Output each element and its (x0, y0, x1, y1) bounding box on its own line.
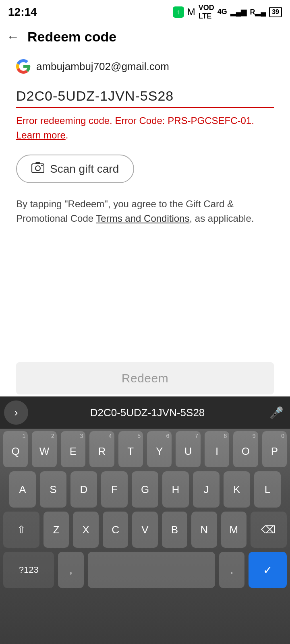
key-V[interactable]: V (132, 512, 157, 548)
key-P[interactable]: 0P (262, 431, 287, 467)
notification-icon: ↑ (173, 6, 184, 18)
battery-indicator: 39 (269, 7, 282, 17)
key-J[interactable]: J (193, 471, 220, 508)
svg-point-1 (35, 166, 40, 171)
key-G[interactable]: G (132, 471, 158, 508)
key-H[interactable]: H (162, 471, 189, 508)
comma-key[interactable]: , (58, 552, 83, 588)
terms-suffix: , as applicable. (189, 213, 254, 224)
code-input[interactable] (16, 86, 274, 108)
google-logo (16, 59, 31, 74)
signal-bars: ▂▄▆ (230, 8, 247, 17)
roaming-signal: R▂▄ (250, 8, 266, 17)
enter-key[interactable]: ✓ (249, 552, 287, 588)
period-key[interactable]: . (219, 552, 244, 588)
key-Y[interactable]: 6Y (147, 431, 172, 467)
scan-gift-card-button[interactable]: Scan gift card (16, 155, 134, 183)
key-T[interactable]: 5T (118, 431, 143, 467)
key-E[interactable]: 3E (61, 431, 85, 467)
terms-link[interactable]: Terms and Conditions (96, 213, 189, 224)
key-M[interactable]: M (221, 512, 246, 548)
key-S[interactable]: S (40, 471, 66, 508)
key-F[interactable]: F (101, 471, 128, 508)
svg-rect-2 (35, 162, 40, 164)
account-row: ambujambuj702@gmail.com (16, 59, 274, 74)
content-area: ambujambuj702@gmail.com Error redeeming … (0, 51, 290, 226)
space-key[interactable] (88, 552, 215, 588)
network-text: VODLTE (199, 4, 214, 21)
gmail-icon: M (187, 6, 195, 18)
key-O[interactable]: 9O (233, 431, 258, 467)
key-Q[interactable]: 1Q (3, 431, 28, 467)
key-L[interactable]: L (254, 471, 281, 508)
symbol-key[interactable]: ?123 (3, 552, 54, 588)
key-X[interactable]: X (73, 512, 98, 548)
key-A[interactable]: A (9, 471, 36, 508)
suggestion-text[interactable]: D2C0-5UDZ-1JVN-5S28 (28, 407, 267, 419)
account-email: ambujambuj702@gmail.com (36, 60, 169, 73)
error-text: Error redeeming code. Error Code: PRS-PG… (16, 115, 254, 126)
delete-key[interactable]: ⌫ (251, 512, 287, 548)
key-R[interactable]: 4R (89, 431, 114, 467)
redeem-button[interactable]: Redeem (16, 362, 274, 394)
page-title: Redeem code (27, 29, 116, 45)
keyboard-row-1: 1Q 2W 3E 4R 5T 6Y 7U 8I 9O 0P (3, 431, 287, 467)
key-U[interactable]: 7U (176, 431, 200, 467)
keyboard-row-4: ?123 , . ✓ (3, 552, 287, 588)
svg-point-3 (41, 165, 43, 166)
status-icons: ↑ M VODLTE 4G ▂▄▆ R▂▄ 39 (173, 4, 282, 21)
key-I[interactable]: 8I (205, 431, 229, 467)
keyboard-row-2: A S D F G H J K L (3, 471, 287, 508)
scan-label: Scan gift card (50, 163, 119, 175)
keyboard-keys: 1Q 2W 3E 4R 5T 6Y 7U 8I 9O 0P A S D F G … (0, 429, 290, 644)
suggestion-bar: › D2C0-5UDZ-1JVN-5S28 🎤 (0, 396, 290, 429)
error-message: Error redeeming code. Error Code: PRS-PG… (16, 114, 274, 142)
key-D[interactable]: D (70, 471, 97, 508)
microphone-icon[interactable]: 🎤 (267, 403, 286, 422)
key-W[interactable]: 2W (32, 431, 56, 467)
code-input-wrapper[interactable] (16, 86, 274, 108)
terms-text: By tapping "Redeem", you agree to the Gi… (16, 197, 274, 226)
key-N[interactable]: N (191, 512, 217, 548)
error-period: . (66, 130, 68, 140)
status-bar: 12:14 ↑ M VODLTE 4G ▂▄▆ R▂▄ 39 (0, 0, 290, 22)
key-K[interactable]: K (224, 471, 250, 508)
camera-icon (31, 162, 44, 176)
status-time: 12:14 (8, 6, 37, 19)
back-button[interactable]: ← (6, 30, 19, 43)
keyboard-row-3: ⇧ Z X C V B N M ⌫ (3, 512, 287, 548)
shift-key[interactable]: ⇧ (3, 512, 39, 548)
signal-4g: 4G (218, 8, 227, 16)
key-C[interactable]: C (103, 512, 128, 548)
suggestion-expand-button[interactable]: › (4, 400, 28, 425)
learn-more-link[interactable]: Learn more (16, 130, 66, 140)
key-Z[interactable]: Z (44, 512, 69, 548)
keyboard-area: › D2C0-5UDZ-1JVN-5S28 🎤 1Q 2W 3E 4R 5T 6… (0, 396, 290, 644)
header: ← Redeem code (0, 22, 290, 51)
battery-level: 39 (272, 8, 279, 15)
key-B[interactable]: B (162, 512, 187, 548)
